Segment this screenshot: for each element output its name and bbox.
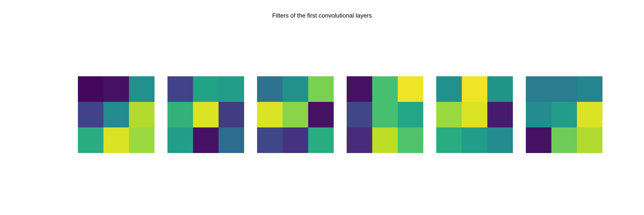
heatmap-panel-4: [436, 76, 513, 153]
heatmap-cell: [462, 102, 487, 127]
heatmap-cell: [308, 102, 334, 127]
heatmap-cell: [577, 76, 602, 102]
heatmap-cell: [78, 102, 104, 127]
heatmap-cell: [193, 102, 218, 127]
heatmap-cell: [552, 127, 577, 153]
heatmap-cell: [347, 127, 372, 153]
heatmap-cell: [104, 102, 129, 127]
heatmap-cell: [104, 127, 129, 153]
heatmap-cell: [462, 76, 487, 102]
heatmap-cell: [577, 127, 602, 153]
heatmap-cell: [282, 102, 308, 127]
heatmap-cell: [462, 127, 487, 153]
heatmap-cell: [257, 102, 282, 127]
heatmap-cell: [487, 76, 513, 102]
heatmap-cell: [398, 102, 423, 127]
heatmap-cell: [218, 102, 244, 127]
heatmap-cell: [78, 127, 104, 153]
heatmap-cell: [526, 76, 552, 102]
heatmap-cell: [282, 127, 308, 153]
heatmap-cell: [308, 127, 334, 153]
heatmap-cell: [526, 127, 552, 153]
heatmap-cell: [193, 127, 218, 153]
heatmap-cell: [257, 127, 282, 153]
heatmap-cell: [282, 76, 308, 102]
heatmap-cell: [398, 76, 423, 102]
heatmap-cell: [577, 102, 602, 127]
heatmap-cell: [372, 127, 398, 153]
heatmap-cell: [168, 102, 193, 127]
heatmap-cell: [487, 127, 513, 153]
heatmap-cell: [487, 102, 513, 127]
heatmap-panel-1: [168, 76, 244, 153]
heatmap-cell: [308, 76, 334, 102]
heatmap-cell: [347, 76, 372, 102]
heatmap-panel-2: [257, 76, 334, 153]
heatmap-cell: [129, 76, 154, 102]
heatmap-cell: [218, 76, 244, 102]
heatmap-cell: [218, 127, 244, 153]
heatmap-cell: [372, 76, 398, 102]
heatmap-cell: [436, 76, 462, 102]
heatmap-cell: [129, 127, 154, 153]
heatmap-cell: [104, 76, 129, 102]
heatmap-panel-5: [526, 76, 602, 153]
heatmap-row: [78, 76, 602, 153]
heatmap-cell: [129, 102, 154, 127]
heatmap-cell: [193, 76, 218, 102]
heatmap-cell: [436, 127, 462, 153]
heatmap-cell: [526, 102, 552, 127]
figure-title: Filters of the first convolutional layer…: [0, 12, 644, 19]
heatmap-cell: [347, 102, 372, 127]
heatmap-cell: [168, 76, 193, 102]
heatmap-panel-0: [78, 76, 154, 153]
heatmap-cell: [398, 127, 423, 153]
heatmap-cell: [168, 127, 193, 153]
heatmap-cell: [78, 76, 104, 102]
heatmap-panel-3: [347, 76, 423, 153]
heatmap-cell: [552, 102, 577, 127]
heatmap-cell: [257, 76, 282, 102]
heatmap-cell: [372, 102, 398, 127]
heatmap-cell: [552, 76, 577, 102]
heatmap-cell: [436, 102, 462, 127]
